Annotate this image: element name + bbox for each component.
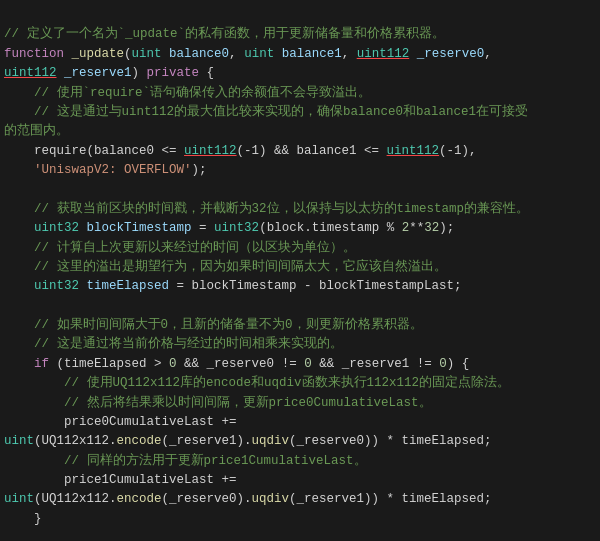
comment-line-14: // 如果时间间隔大于0，且新的储备量不为0，则更新价格累积器。: [4, 318, 423, 332]
code-line-19: price0CumulativeLast +=: [4, 415, 237, 429]
comment-line-18: // 然后将结果乘以时间间隔，更新price0CumulativeLast。: [4, 396, 432, 410]
comment-line-17: // 使用UQ112x112库的encode和uqdiv函数来执行112x112…: [4, 376, 510, 390]
code-line-10: uint32 blockTimestamp = uint32(block.tim…: [4, 221, 454, 235]
code-line-24: }: [4, 512, 42, 526]
code-line-8: 'UniswapV2: OVERFLOW');: [4, 163, 207, 177]
comment-line-11: // 计算自上次更新以来经过的时间（以区块为单位）。: [4, 241, 356, 255]
code-line-16: if (timeElapsed > 0 && _reserve0 != 0 &&…: [4, 357, 469, 371]
comment-line-4: // 使用`require`语句确保传入的余额值不会导致溢出。: [4, 86, 371, 100]
code-line-23: uint(UQ112x112.encode(_reserve0).uqdiv(_…: [4, 492, 492, 506]
comment-line-21: // 同样的方法用于更新price1CumulativeLast。: [4, 454, 367, 468]
comment-line-12: // 这里的溢出是期望行为，因为如果时间间隔太大，它应该自然溢出。: [4, 260, 447, 274]
code-line-blank-2: [4, 299, 12, 313]
comment-line-1: // 定义了一个名为`_update`的私有函数，用于更新储备量和价格累积器。: [4, 27, 445, 41]
code-line-13: uint32 timeElapsed = blockTimestamp - bl…: [4, 279, 462, 293]
comment-line-15: // 这是通过将当前价格与经过的时间相乘来实现的。: [4, 337, 343, 351]
code-line-blank-1: [4, 182, 12, 196]
comment-line-6: 的范围内。: [4, 124, 69, 138]
code-line-22: price1CumulativeLast +=: [4, 473, 237, 487]
code-line-2: function _update(uint balance0, uint bal…: [4, 47, 492, 61]
code-line-3: uint112 _reserve1) private {: [4, 66, 214, 80]
comment-line-9: // 获取当前区块的时间戳，并截断为32位，以保持与以太坊的timestamp的…: [4, 202, 529, 216]
code-line-20: uint(UQ112x112.encode(_reserve1).uqdiv(_…: [4, 434, 492, 448]
code-line-7: require(balance0 <= uint112(-1) && balan…: [4, 144, 477, 158]
comment-line-5: // 这是通过与uint112的最大值比较来实现的，确保balance0和bal…: [4, 105, 528, 119]
code-editor: // 定义了一个名为`_update`的私有函数，用于更新储备量和价格累积器。 …: [0, 0, 600, 535]
